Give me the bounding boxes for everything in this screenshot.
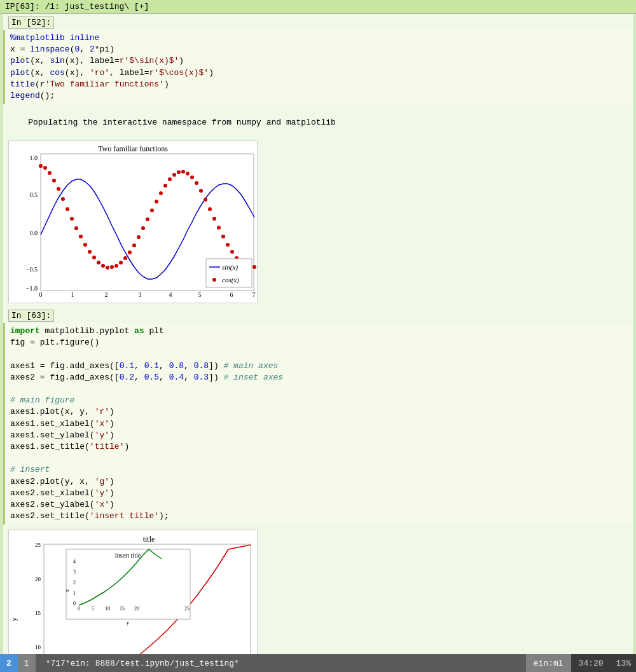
svg-point-41 [163, 184, 167, 188]
svg-point-15 [48, 171, 52, 175]
svg-point-51 [208, 207, 212, 211]
svg-text:3: 3 [73, 569, 76, 575]
plot1-title: Two familiar functions [98, 144, 168, 153]
svg-point-21 [74, 226, 78, 230]
svg-text:15: 15 [120, 606, 125, 612]
cell2-label[interactable]: In [63]: [8, 310, 54, 322]
svg-point-31 [119, 261, 123, 264]
svg-text:20: 20 [35, 576, 41, 582]
plot2-title: title [143, 535, 155, 544]
svg-point-32 [123, 256, 127, 260]
inset-title: insert title [115, 552, 141, 559]
cell1-header: In [52]: [3, 14, 633, 30]
plot1-container: Two familiar functions 1.0 0.5 0.0 −0.5 … [8, 141, 258, 303]
svg-point-42 [168, 177, 172, 181]
status-num1: 2 [6, 659, 11, 668]
svg-text:0: 0 [39, 291, 43, 298]
svg-text:5: 5 [92, 606, 94, 612]
inset-region [66, 549, 190, 619]
svg-text:4: 4 [73, 559, 76, 565]
plot2-container: title y x 25 20 15 10 5 0 0 1 2 3 4 5 [8, 530, 258, 672]
legend-cos-dot [212, 278, 216, 282]
status-pct-text: 13% [616, 659, 631, 668]
status-num2: 1 [24, 659, 29, 668]
inset-ylabel: x [64, 589, 70, 593]
svg-point-33 [128, 250, 132, 254]
svg-point-36 [141, 226, 145, 230]
status-mode-text: ein:ml [526, 654, 571, 672]
svg-point-25 [92, 256, 96, 259]
svg-point-16 [52, 179, 56, 182]
svg-point-26 [97, 261, 100, 264]
inset-xlabel: y [127, 619, 130, 626]
svg-text:20: 20 [134, 606, 139, 612]
svg-point-54 [221, 235, 225, 238]
status-bufnum: 717 [50, 659, 65, 668]
svg-text:25: 25 [35, 542, 41, 548]
svg-point-22 [79, 235, 83, 238]
svg-point-17 [57, 187, 60, 191]
svg-point-47 [190, 175, 194, 179]
legend-sin-label: sin(x) [222, 263, 238, 271]
legend-cos-label: cos(x) [222, 276, 239, 284]
svg-point-38 [150, 209, 154, 212]
svg-point-14 [43, 166, 47, 170]
svg-text:0: 0 [78, 606, 80, 612]
svg-point-49 [199, 189, 203, 193]
title-text: IP[63]: /1: just_testing\ [+] [5, 2, 149, 11]
svg-text:2: 2 [105, 291, 108, 298]
cell2-header: In [63]: [3, 306, 633, 323]
svg-point-27 [101, 264, 105, 268]
svg-point-13 [39, 164, 43, 168]
svg-point-53 [217, 226, 221, 230]
svg-text:0.0: 0.0 [30, 230, 38, 237]
plot2-svg: title y x 25 20 15 10 5 0 0 1 2 3 4 5 [9, 530, 257, 672]
status-bar: 2 1 * 717 *ein: 8888/test.ipynb/just_tes… [0, 654, 636, 672]
status-mode-gray: 1 [18, 654, 36, 672]
svg-point-48 [195, 181, 198, 185]
status-filename: * 717 *ein: 8888/test.ipynb/just_testing… [36, 654, 526, 672]
svg-text:25: 25 [184, 606, 190, 612]
cell1-output-text: Populating the interactive namespace fro… [3, 107, 633, 138]
svg-text:1.0: 1.0 [30, 154, 38, 161]
svg-point-30 [114, 264, 118, 268]
svg-point-46 [186, 172, 190, 175]
status-percent: 13% [611, 654, 636, 672]
cell1-label[interactable]: In [52]: [8, 17, 54, 29]
svg-text:0: 0 [73, 601, 76, 607]
svg-text:1: 1 [71, 291, 74, 298]
notebook: In [52]: %matplotlib inline x = linspace… [3, 14, 633, 672]
svg-text:−0.5: −0.5 [26, 266, 38, 273]
svg-point-43 [172, 173, 176, 177]
svg-text:0.5: 0.5 [30, 191, 38, 198]
svg-point-24 [88, 250, 92, 254]
svg-point-39 [155, 200, 158, 203]
svg-point-52 [212, 217, 216, 221]
svg-point-37 [146, 217, 149, 221]
title-bar: IP[63]: /1: just_testing\ [+] [0, 0, 636, 14]
svg-point-50 [204, 198, 207, 202]
cell2-code[interactable]: import matplotlib.pyplot as plt fig = pl… [3, 323, 633, 525]
svg-point-29 [110, 265, 114, 269]
svg-text:6: 6 [230, 291, 233, 298]
svg-point-35 [137, 235, 141, 239]
svg-text:5: 5 [198, 291, 202, 298]
cell1-code[interactable]: %matplotlib inline x = linspace(0, 2*pi)… [3, 30, 633, 104]
status-pos-text: 34:20 [579, 659, 604, 668]
status-file: *ein: 8888/test.ipynb/just_testing* [66, 659, 239, 668]
svg-point-23 [83, 243, 87, 247]
status-mode-label: ein:ml [534, 659, 563, 668]
svg-point-19 [66, 207, 69, 211]
status-position: 34:20 [571, 654, 611, 672]
svg-point-20 [70, 217, 74, 221]
svg-point-45 [181, 170, 185, 174]
svg-point-61 [252, 265, 256, 269]
svg-point-28 [106, 266, 109, 270]
svg-point-34 [132, 243, 136, 247]
svg-text:15: 15 [35, 610, 41, 616]
svg-text:1: 1 [73, 591, 76, 596]
plot1-svg: Two familiar functions 1.0 0.5 0.0 −0.5 … [9, 141, 257, 300]
status-indicator: * [46, 659, 51, 668]
plot2-ylabel: y [10, 617, 18, 621]
svg-text:−1.0: −1.0 [26, 285, 38, 292]
